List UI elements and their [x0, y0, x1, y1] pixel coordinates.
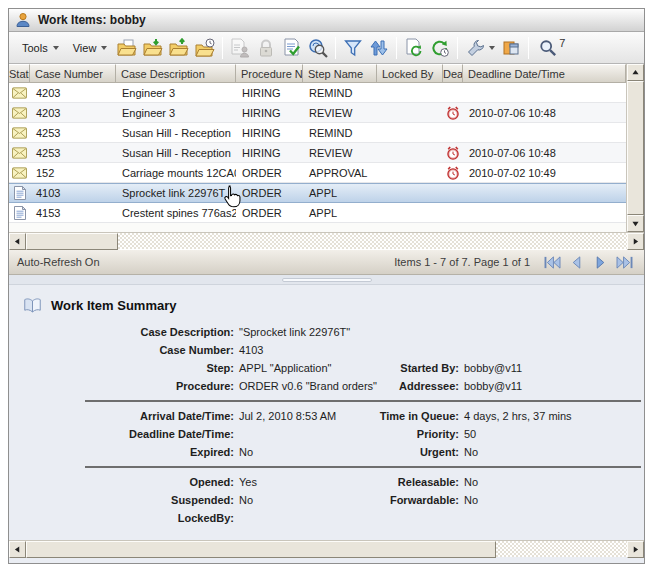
deadline-alarm-icon — [446, 146, 460, 160]
field-value: Yes — [234, 476, 349, 488]
last-page-button[interactable] — [612, 252, 636, 272]
filter-button[interactable] — [340, 35, 366, 61]
mark-complete-button[interactable] — [279, 35, 305, 61]
show-summary-panel-button[interactable] — [498, 35, 524, 61]
work-items-window: Work Items: bobby Tools View — [8, 8, 645, 564]
summary-field-row: Procedure:ORDER v0.6 "Brand orders"Addre… — [9, 377, 644, 395]
open-folder-icon — [117, 38, 137, 58]
audit-trail-button[interactable] — [305, 35, 331, 61]
release-work-item-button[interactable] — [166, 35, 192, 61]
table-cell: 4103 — [30, 184, 116, 202]
arrow-left-icon — [14, 546, 21, 553]
column-header-case-number[interactable]: Case Number — [30, 64, 116, 83]
table-cell — [463, 123, 626, 142]
summary-field-row: Case Description:"Sprocket link 22976T" — [9, 323, 644, 341]
table-cell — [9, 203, 30, 222]
refresh-button[interactable] — [401, 35, 427, 61]
scroll-down-button[interactable] — [627, 215, 644, 232]
column-header-deadline-date-time[interactable]: Deadline Date/Time — [463, 64, 626, 83]
mail-icon — [12, 107, 27, 119]
column-header-status[interactable]: Status — [9, 64, 30, 83]
table-row[interactable]: 4153Crestent spines 776as2ORDERAPPL — [9, 203, 626, 223]
panel-splitter[interactable] — [9, 275, 644, 285]
splitter-grip-icon[interactable] — [282, 278, 372, 282]
horizontal-scroll-thumb[interactable] — [26, 233, 118, 250]
column-header-step-name[interactable]: Step Name — [303, 64, 377, 83]
table-horizontal-scrollbar[interactable] — [9, 232, 644, 249]
table-cell: Susan Hill - Reception — [116, 143, 236, 162]
mail-icon — [12, 127, 27, 139]
table-cell: Engineer 3 — [116, 83, 236, 102]
view-menu-label: View — [73, 42, 97, 54]
table-cell — [377, 163, 443, 182]
table-cell — [443, 163, 463, 182]
open-keep-history-button[interactable] — [192, 35, 218, 61]
mail-icon — [12, 147, 27, 159]
horizontal-scroll-thumb[interactable] — [26, 541, 496, 558]
table-cell — [377, 184, 443, 202]
scroll-left-button[interactable] — [9, 233, 26, 250]
column-header-deadline[interactable]: Deadline — [443, 64, 463, 83]
scroll-up-button[interactable] — [627, 64, 644, 81]
settings-button[interactable] — [462, 35, 498, 61]
table-cell — [9, 184, 30, 202]
lock-work-item-button[interactable] — [253, 35, 279, 61]
first-page-button[interactable] — [540, 252, 564, 272]
field-value: Jul 2, 2010 8:53 AM — [234, 410, 349, 422]
scroll-right-button[interactable] — [627, 541, 644, 558]
table-vertical-scrollbar[interactable] — [626, 64, 644, 232]
summary-field-row: Case Number:4103 — [9, 341, 644, 359]
open-work-item-button[interactable] — [114, 35, 140, 61]
auto-refresh-button[interactable] — [427, 35, 453, 61]
table-cell: HIRING — [236, 83, 303, 102]
document-icon — [14, 206, 26, 220]
sort-arrows-icon — [369, 38, 389, 58]
scroll-right-button[interactable] — [627, 233, 644, 250]
toolbar-separator — [528, 37, 529, 59]
field-label: Procedure: — [9, 380, 234, 392]
scroll-left-button[interactable] — [9, 541, 26, 558]
document-icon — [14, 186, 26, 200]
search-button[interactable]: 7 — [539, 39, 565, 57]
last-page-icon — [615, 255, 634, 270]
table-cell: APPROVAL — [303, 163, 377, 182]
panel-icon — [501, 38, 521, 58]
table-row[interactable]: 152Carriage mounts 12CA00ORDERAPPROVAL20… — [9, 163, 626, 183]
scroll-track[interactable] — [118, 233, 627, 249]
table-row[interactable]: 4203Engineer 3HIRINGREMIND — [9, 83, 626, 103]
field-label: Case Description: — [9, 326, 234, 338]
summary-field-row: Suspended:NoForwardable:No — [9, 491, 644, 509]
bottom-horizontal-scrollbar[interactable] — [9, 540, 644, 557]
table-row[interactable]: 4253Susan Hill - ReceptionHIRINGREVIEW20… — [9, 143, 626, 163]
forward-work-item-button[interactable] — [227, 35, 253, 61]
next-page-button[interactable] — [588, 252, 612, 272]
items-count-text: Items 1 - 7 of 7. Page 1 of 1 — [394, 256, 530, 268]
table-cell — [377, 123, 443, 142]
table-cell: 2010-07-06 10:48 — [463, 103, 626, 122]
table-cell: REMIND — [303, 123, 377, 142]
table-row[interactable]: 4203Engineer 3HIRINGREVIEW2010-07-06 10:… — [9, 103, 626, 123]
table-cell: HIRING — [236, 103, 303, 122]
table-cell — [443, 103, 463, 122]
table-cell — [377, 143, 443, 162]
column-header-case-description[interactable]: Case Description — [116, 64, 236, 83]
table-cell: 4203 — [30, 83, 116, 102]
scroll-track[interactable] — [496, 541, 627, 557]
table-row[interactable]: 4253Susan Hill - ReceptionHIRINGREMIND — [9, 123, 626, 143]
arrow-right-icon — [632, 238, 639, 245]
keep-work-item-button[interactable] — [140, 35, 166, 61]
table-cell: 4253 — [30, 143, 116, 162]
table-row[interactable]: 4103Sprocket link 22976TORDERAPPL — [9, 183, 626, 203]
tools-menu[interactable]: Tools — [15, 38, 66, 58]
folder-out-icon — [169, 38, 189, 58]
table-cell: Engineer 3 — [116, 103, 236, 122]
previous-page-button[interactable] — [564, 252, 588, 272]
audit-search-icon — [308, 38, 328, 58]
column-header-procedure-name[interactable]: Procedure Name — [236, 64, 303, 83]
view-menu[interactable]: View — [66, 38, 115, 58]
column-header-locked-by[interactable]: Locked By — [377, 64, 443, 83]
summary-title: Work Item Summary — [51, 298, 176, 313]
sort-button[interactable] — [366, 35, 392, 61]
field-label: LockedBy: — [9, 512, 234, 524]
vertical-scroll-thumb[interactable] — [627, 81, 644, 215]
